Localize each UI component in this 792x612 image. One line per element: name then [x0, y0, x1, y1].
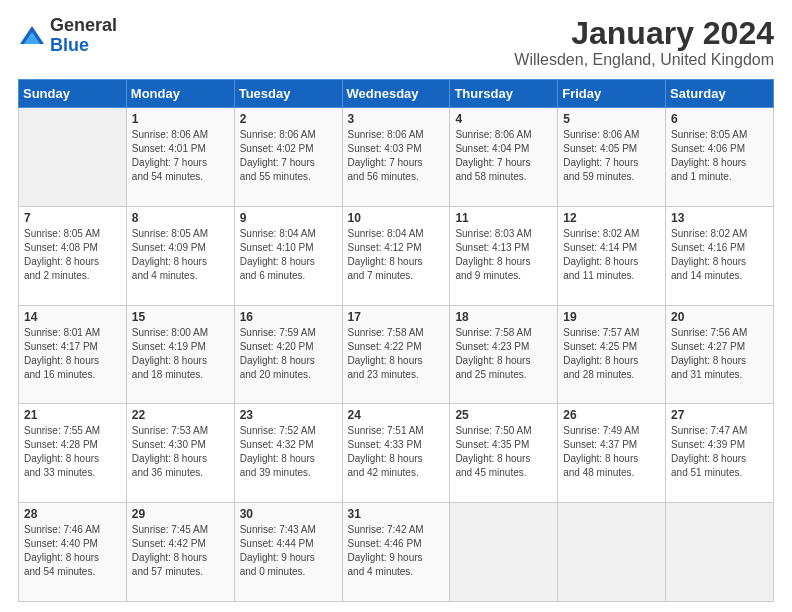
sub-title: Willesden, England, United Kingdom	[514, 51, 774, 69]
calendar-day-cell: 9Sunrise: 8:04 AM Sunset: 4:10 PM Daylig…	[234, 206, 342, 305]
calendar-day-cell	[558, 503, 666, 602]
calendar-day-cell: 19Sunrise: 7:57 AM Sunset: 4:25 PM Dayli…	[558, 305, 666, 404]
calendar-day-cell: 11Sunrise: 8:03 AM Sunset: 4:13 PM Dayli…	[450, 206, 558, 305]
calendar-day-cell: 18Sunrise: 7:58 AM Sunset: 4:23 PM Dayli…	[450, 305, 558, 404]
day-of-week-header: Thursday	[450, 80, 558, 108]
calendar-day-cell: 7Sunrise: 8:05 AM Sunset: 4:08 PM Daylig…	[19, 206, 127, 305]
day-number: 28	[24, 507, 121, 521]
title-block: January 2024 Willesden, England, United …	[514, 16, 774, 69]
calendar-day-cell: 29Sunrise: 7:45 AM Sunset: 4:42 PM Dayli…	[126, 503, 234, 602]
day-number: 8	[132, 211, 229, 225]
calendar-day-cell: 14Sunrise: 8:01 AM Sunset: 4:17 PM Dayli…	[19, 305, 127, 404]
header: General Blue January 2024 Willesden, Eng…	[18, 16, 774, 69]
day-of-week-header: Sunday	[19, 80, 127, 108]
calendar-header-row: SundayMondayTuesdayWednesdayThursdayFrid…	[19, 80, 774, 108]
calendar-day-cell	[450, 503, 558, 602]
calendar-day-cell: 23Sunrise: 7:52 AM Sunset: 4:32 PM Dayli…	[234, 404, 342, 503]
day-number: 20	[671, 310, 768, 324]
day-number: 24	[348, 408, 445, 422]
calendar-day-cell	[19, 108, 127, 207]
day-number: 14	[24, 310, 121, 324]
day-number: 29	[132, 507, 229, 521]
day-content: Sunrise: 7:59 AM Sunset: 4:20 PM Dayligh…	[240, 326, 337, 382]
day-number: 12	[563, 211, 660, 225]
day-number: 21	[24, 408, 121, 422]
page: General Blue January 2024 Willesden, Eng…	[0, 0, 792, 612]
day-of-week-header: Friday	[558, 80, 666, 108]
day-of-week-header: Tuesday	[234, 80, 342, 108]
logo-text: General Blue	[50, 16, 117, 56]
logo-blue: Blue	[50, 36, 117, 56]
day-content: Sunrise: 7:42 AM Sunset: 4:46 PM Dayligh…	[348, 523, 445, 579]
day-number: 3	[348, 112, 445, 126]
main-title: January 2024	[514, 16, 774, 51]
day-number: 10	[348, 211, 445, 225]
calendar-day-cell: 22Sunrise: 7:53 AM Sunset: 4:30 PM Dayli…	[126, 404, 234, 503]
day-content: Sunrise: 7:55 AM Sunset: 4:28 PM Dayligh…	[24, 424, 121, 480]
day-content: Sunrise: 7:43 AM Sunset: 4:44 PM Dayligh…	[240, 523, 337, 579]
calendar-week-row: 28Sunrise: 7:46 AM Sunset: 4:40 PM Dayli…	[19, 503, 774, 602]
calendar-day-cell: 16Sunrise: 7:59 AM Sunset: 4:20 PM Dayli…	[234, 305, 342, 404]
day-number: 5	[563, 112, 660, 126]
logo: General Blue	[18, 16, 117, 56]
day-number: 2	[240, 112, 337, 126]
calendar-day-cell: 13Sunrise: 8:02 AM Sunset: 4:16 PM Dayli…	[666, 206, 774, 305]
day-content: Sunrise: 7:58 AM Sunset: 4:22 PM Dayligh…	[348, 326, 445, 382]
day-number: 6	[671, 112, 768, 126]
calendar-table: SundayMondayTuesdayWednesdayThursdayFrid…	[18, 79, 774, 602]
calendar-day-cell: 30Sunrise: 7:43 AM Sunset: 4:44 PM Dayli…	[234, 503, 342, 602]
day-content: Sunrise: 8:06 AM Sunset: 4:04 PM Dayligh…	[455, 128, 552, 184]
calendar-day-cell: 5Sunrise: 8:06 AM Sunset: 4:05 PM Daylig…	[558, 108, 666, 207]
day-content: Sunrise: 8:05 AM Sunset: 4:06 PM Dayligh…	[671, 128, 768, 184]
calendar-day-cell: 17Sunrise: 7:58 AM Sunset: 4:22 PM Dayli…	[342, 305, 450, 404]
day-content: Sunrise: 7:45 AM Sunset: 4:42 PM Dayligh…	[132, 523, 229, 579]
calendar-day-cell: 15Sunrise: 8:00 AM Sunset: 4:19 PM Dayli…	[126, 305, 234, 404]
day-content: Sunrise: 7:52 AM Sunset: 4:32 PM Dayligh…	[240, 424, 337, 480]
day-content: Sunrise: 7:49 AM Sunset: 4:37 PM Dayligh…	[563, 424, 660, 480]
day-content: Sunrise: 8:05 AM Sunset: 4:08 PM Dayligh…	[24, 227, 121, 283]
calendar-day-cell: 4Sunrise: 8:06 AM Sunset: 4:04 PM Daylig…	[450, 108, 558, 207]
day-number: 7	[24, 211, 121, 225]
calendar-day-cell: 10Sunrise: 8:04 AM Sunset: 4:12 PM Dayli…	[342, 206, 450, 305]
day-content: Sunrise: 7:46 AM Sunset: 4:40 PM Dayligh…	[24, 523, 121, 579]
day-number: 19	[563, 310, 660, 324]
day-number: 11	[455, 211, 552, 225]
day-number: 26	[563, 408, 660, 422]
calendar-day-cell	[666, 503, 774, 602]
day-number: 9	[240, 211, 337, 225]
day-content: Sunrise: 7:57 AM Sunset: 4:25 PM Dayligh…	[563, 326, 660, 382]
day-of-week-header: Wednesday	[342, 80, 450, 108]
day-content: Sunrise: 7:50 AM Sunset: 4:35 PM Dayligh…	[455, 424, 552, 480]
day-of-week-header: Saturday	[666, 80, 774, 108]
calendar-day-cell: 28Sunrise: 7:46 AM Sunset: 4:40 PM Dayli…	[19, 503, 127, 602]
logo-general: General	[50, 16, 117, 36]
day-number: 31	[348, 507, 445, 521]
calendar-week-row: 1Sunrise: 8:06 AM Sunset: 4:01 PM Daylig…	[19, 108, 774, 207]
day-number: 17	[348, 310, 445, 324]
day-number: 30	[240, 507, 337, 521]
calendar-day-cell: 31Sunrise: 7:42 AM Sunset: 4:46 PM Dayli…	[342, 503, 450, 602]
calendar-day-cell: 24Sunrise: 7:51 AM Sunset: 4:33 PM Dayli…	[342, 404, 450, 503]
day-content: Sunrise: 8:03 AM Sunset: 4:13 PM Dayligh…	[455, 227, 552, 283]
calendar-week-row: 7Sunrise: 8:05 AM Sunset: 4:08 PM Daylig…	[19, 206, 774, 305]
calendar-day-cell: 6Sunrise: 8:05 AM Sunset: 4:06 PM Daylig…	[666, 108, 774, 207]
day-content: Sunrise: 7:47 AM Sunset: 4:39 PM Dayligh…	[671, 424, 768, 480]
calendar-day-cell: 21Sunrise: 7:55 AM Sunset: 4:28 PM Dayli…	[19, 404, 127, 503]
day-number: 15	[132, 310, 229, 324]
day-content: Sunrise: 8:06 AM Sunset: 4:03 PM Dayligh…	[348, 128, 445, 184]
day-number: 4	[455, 112, 552, 126]
day-of-week-header: Monday	[126, 80, 234, 108]
day-content: Sunrise: 7:51 AM Sunset: 4:33 PM Dayligh…	[348, 424, 445, 480]
day-content: Sunrise: 8:06 AM Sunset: 4:02 PM Dayligh…	[240, 128, 337, 184]
day-content: Sunrise: 8:00 AM Sunset: 4:19 PM Dayligh…	[132, 326, 229, 382]
calendar-day-cell: 1Sunrise: 8:06 AM Sunset: 4:01 PM Daylig…	[126, 108, 234, 207]
day-content: Sunrise: 8:06 AM Sunset: 4:05 PM Dayligh…	[563, 128, 660, 184]
day-content: Sunrise: 8:04 AM Sunset: 4:12 PM Dayligh…	[348, 227, 445, 283]
day-number: 25	[455, 408, 552, 422]
calendar-week-row: 14Sunrise: 8:01 AM Sunset: 4:17 PM Dayli…	[19, 305, 774, 404]
day-number: 27	[671, 408, 768, 422]
day-content: Sunrise: 7:53 AM Sunset: 4:30 PM Dayligh…	[132, 424, 229, 480]
day-number: 13	[671, 211, 768, 225]
calendar-day-cell: 8Sunrise: 8:05 AM Sunset: 4:09 PM Daylig…	[126, 206, 234, 305]
day-number: 1	[132, 112, 229, 126]
